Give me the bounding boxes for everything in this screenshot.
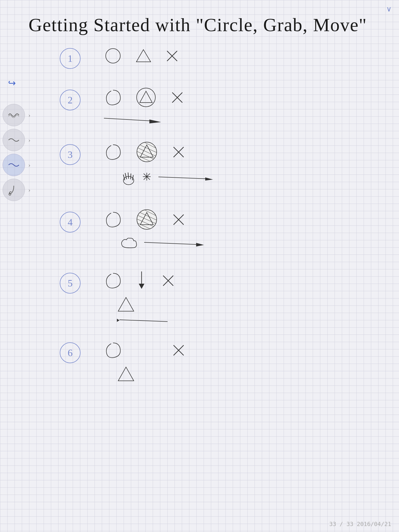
circle-icon	[104, 271, 122, 290]
pencil-line-3-icon	[117, 315, 177, 324]
svg-marker-58	[118, 367, 134, 381]
step-6-number: 6	[60, 342, 81, 363]
main-content: ∨ Getting Started with "Circle, Grab, Mo…	[0, 0, 399, 532]
row-1: 1	[60, 43, 371, 69]
row-5-main: 5	[60, 268, 371, 294]
arrow-down-icon	[135, 270, 148, 291]
row-4-main: 4	[60, 207, 371, 232]
hook-icon	[7, 183, 20, 196]
svg-marker-34	[205, 177, 213, 181]
page-title: Getting Started with "Circle, Grab, Move…	[29, 14, 367, 36]
tool-wave1[interactable]: ›	[3, 104, 25, 126]
svg-line-25	[125, 173, 127, 179]
step-2-number: 2	[60, 90, 81, 110]
undo-icon: ↩	[8, 78, 16, 89]
row-3-sub	[119, 168, 371, 186]
step-1-number: 1	[60, 48, 81, 69]
circle-icon	[104, 47, 122, 65]
svg-line-33	[158, 177, 205, 179]
hatched-circle-triangle-icon	[135, 140, 158, 164]
tool-wave3[interactable]: ›	[3, 154, 25, 176]
circle-icon	[104, 210, 122, 229]
circle-icon	[104, 341, 122, 359]
step-3-number: 3	[60, 144, 81, 165]
svg-marker-50	[139, 284, 144, 289]
circle-icon	[104, 88, 122, 107]
row-3: 3	[60, 139, 371, 186]
spark-icon	[142, 171, 152, 182]
row-2: 2	[60, 84, 371, 123]
svg-line-28	[132, 175, 133, 180]
tool-wave2[interactable]: ›	[3, 129, 25, 151]
row-5-sub	[117, 296, 371, 324]
pencil-line-2-icon	[156, 172, 213, 181]
chevron-right-icon: ›	[28, 112, 30, 119]
triangle-icon	[135, 48, 152, 64]
svg-marker-55	[117, 319, 119, 322]
grab-cloud-icon	[119, 235, 139, 249]
svg-line-47	[144, 242, 196, 244]
row-4: 4	[60, 207, 371, 249]
svg-marker-48	[196, 243, 204, 247]
svg-marker-10	[149, 119, 161, 123]
x-icon	[171, 343, 186, 357]
x-icon	[171, 145, 186, 159]
svg-marker-53	[118, 297, 134, 311]
row-4-sub	[119, 235, 371, 249]
pencil-line-icon	[104, 113, 161, 123]
chevron-right-icon: ›	[28, 137, 30, 144]
x-icon	[171, 212, 186, 227]
hatched-circle-triangle-2-icon	[135, 208, 158, 231]
status-bar: 33 / 33 2016/04/21	[329, 521, 391, 527]
row-2-main: 2	[60, 84, 371, 110]
svg-point-1	[106, 49, 120, 63]
step-5-number: 5	[60, 273, 81, 294]
x-icon	[161, 274, 175, 288]
svg-marker-6	[140, 91, 152, 103]
tool-hook[interactable]: ›	[3, 179, 25, 201]
wave2-icon	[7, 134, 20, 147]
svg-marker-2	[136, 50, 151, 62]
chevron-right-icon: ›	[28, 162, 30, 169]
row-6-sub	[117, 366, 371, 383]
x-icon	[165, 49, 179, 63]
triangle-sm-2-icon	[117, 366, 135, 383]
wave1-icon	[7, 109, 20, 122]
undo-button[interactable]: ↩	[5, 77, 19, 90]
rows-area: 1 2	[60, 40, 371, 383]
svg-line-9	[104, 118, 149, 121]
row-1-main: 1	[60, 43, 371, 69]
triangle-sm-icon	[117, 296, 135, 313]
row-6: 6	[60, 337, 371, 383]
svg-line-54	[119, 320, 168, 322]
svg-line-26	[128, 173, 129, 178]
top-chevron-icon[interactable]: ∨	[386, 5, 392, 13]
x-icon	[170, 90, 184, 105]
chevron-right-icon: ›	[28, 187, 30, 194]
sidebar-tools: › › › ›	[3, 91, 25, 201]
grab-line-icon	[144, 237, 204, 248]
row-5: 5	[60, 268, 371, 324]
circle-icon	[104, 143, 122, 161]
svg-line-27	[131, 174, 131, 179]
filled-circle-triangle-icon	[135, 87, 157, 109]
row-6-main: 6	[60, 337, 371, 363]
row-3-main: 3	[60, 139, 371, 165]
step-4-number: 4	[60, 212, 81, 232]
wave3-icon	[7, 158, 20, 171]
hand-icon	[119, 168, 138, 186]
row-2-sub	[104, 113, 371, 123]
